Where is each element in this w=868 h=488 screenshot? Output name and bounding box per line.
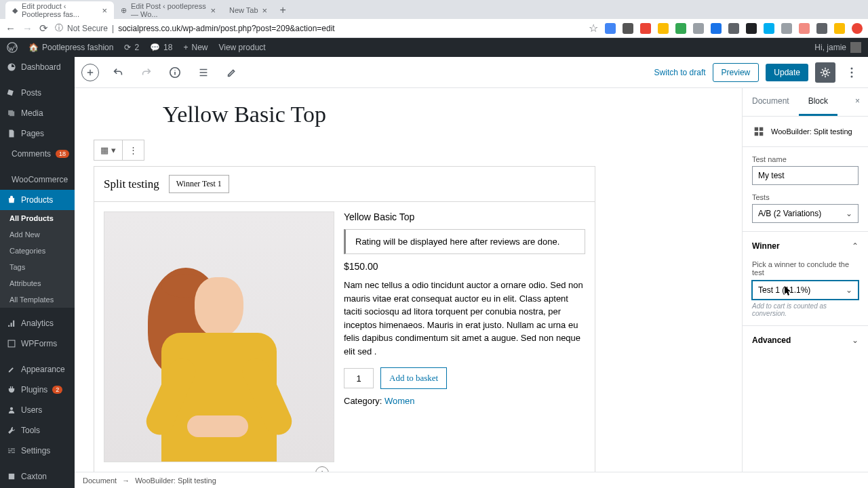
extension-icon[interactable] xyxy=(711,23,722,34)
winner-select[interactable]: Test 1 (11.1%) ⌄ xyxy=(752,281,859,300)
update-button[interactable]: Update xyxy=(766,64,808,81)
post-title[interactable]: Yellow Basic Top xyxy=(163,102,715,127)
extension-icon[interactable] xyxy=(675,23,686,34)
sidebar-item-dashboard[interactable]: Dashboard xyxy=(0,57,75,77)
view-label: View product xyxy=(218,43,265,52)
block-type-icon xyxy=(752,125,766,138)
extension-icon[interactable] xyxy=(852,23,863,34)
reload-button[interactable]: ⟳ xyxy=(39,22,48,35)
sidebar-item-wpforms[interactable]: WPForms xyxy=(0,333,75,354)
winner-panel-header[interactable]: Winner ⌃ xyxy=(743,231,868,260)
sidebar-item-settings[interactable]: Settings xyxy=(0,441,75,461)
submenu-all-products[interactable]: All Products xyxy=(0,210,75,226)
close-icon[interactable]: × xyxy=(102,5,107,16)
settings-button[interactable] xyxy=(815,62,835,83)
block-type-button[interactable]: ▦ ▾ xyxy=(94,140,123,160)
extension-icon[interactable] xyxy=(799,23,810,34)
tab-document[interactable]: Document xyxy=(743,88,799,116)
avatar xyxy=(850,42,861,53)
submenu-attributes[interactable]: Attributes xyxy=(0,275,75,291)
sidebar-item-caxton[interactable]: Caxton xyxy=(0,466,75,487)
extension-icon[interactable] xyxy=(746,23,757,34)
editor-toolbar: Switch to draft Preview Update xyxy=(75,57,868,88)
extension-icon[interactable] xyxy=(640,23,651,34)
tab-block[interactable]: Block xyxy=(799,88,837,116)
extension-icon[interactable] xyxy=(764,23,774,34)
crumb-block[interactable]: WooBuilder: Split testing xyxy=(135,476,216,485)
edit-button[interactable] xyxy=(222,63,241,82)
sidebar-item-tools[interactable]: Tools xyxy=(0,420,75,441)
address-bar[interactable]: ⓘ Not Secure | socialpress.co.uk/wp-admi… xyxy=(55,22,582,34)
submenu-add-new[interactable]: Add New xyxy=(0,226,75,243)
chevron-down-icon: ⌄ xyxy=(846,285,852,295)
sidebar-item-comments[interactable]: Comments 18 xyxy=(0,144,75,164)
browser-tab[interactable]: ⊕ Edit Post ‹ pootlepress — Wo... × xyxy=(114,1,222,19)
editor-canvas[interactable]: Yellow Basic Top ▦ ▾ ⋮ Split testing Win… xyxy=(75,88,742,488)
add-block-button[interactable] xyxy=(81,64,99,81)
submenu-tags[interactable]: Tags xyxy=(0,259,75,275)
product-price: $150.00 xyxy=(344,261,585,272)
sidebar-item-posts[interactable]: Posts xyxy=(0,83,75,103)
back-button[interactable]: ← xyxy=(5,22,16,34)
extension-icons xyxy=(605,23,863,34)
outline-button[interactable] xyxy=(194,63,213,82)
wp-logo-icon[interactable] xyxy=(7,42,18,53)
redo-button[interactable] xyxy=(137,63,156,82)
crumb-document[interactable]: Document xyxy=(83,476,117,485)
product-image[interactable] xyxy=(104,211,334,462)
sidebar-item-analytics[interactable]: Analytics xyxy=(0,313,75,333)
user-menu[interactable]: Hi, jamie xyxy=(814,42,861,53)
browser-tab[interactable]: New Tab × xyxy=(222,1,274,19)
sidebar-item-products[interactable]: Products xyxy=(0,190,75,210)
sidebar-item-pages[interactable]: Pages xyxy=(0,123,75,144)
new-link[interactable]: + New xyxy=(183,43,208,52)
tab-favicon: ⊕ xyxy=(121,6,127,15)
extension-icon[interactable] xyxy=(834,23,845,34)
split-testing-block[interactable]: Split testing Winner Test 1 xyxy=(94,166,595,472)
extension-icon[interactable] xyxy=(781,23,792,34)
sidebar-item-appearance[interactable]: Appearance xyxy=(0,359,75,380)
advanced-panel-header[interactable]: Advanced ⌄ xyxy=(743,325,868,354)
svg-point-13 xyxy=(851,71,853,73)
browser-tab-active[interactable]: ◆ Edit product ‹ Pootlepress fas... × xyxy=(5,1,114,19)
sidebar-item-plugins[interactable]: Plugins 2 xyxy=(0,380,75,400)
inspector-tabs: Document Block × xyxy=(743,88,868,117)
sidebar-item-media[interactable]: Media xyxy=(0,103,75,123)
extension-icon[interactable] xyxy=(728,23,739,34)
extension-icon[interactable] xyxy=(693,23,704,34)
category-label: Category: xyxy=(344,396,384,406)
preview-button[interactable]: Preview xyxy=(713,63,760,82)
menu-label: Products xyxy=(21,195,53,205)
info-button[interactable] xyxy=(165,63,184,82)
more-button[interactable] xyxy=(842,63,861,82)
extension-icon[interactable] xyxy=(605,23,616,34)
tests-select[interactable]: A/B (2 Variations) ⌄ xyxy=(752,204,859,223)
extension-icon[interactable] xyxy=(658,23,669,34)
extension-icon[interactable] xyxy=(816,23,827,34)
product-description[interactable]: Nam nec tellus a odio tincidunt auctor a… xyxy=(344,279,585,358)
view-product-link[interactable]: View product xyxy=(218,43,265,52)
new-label: New xyxy=(191,43,208,52)
extension-icon[interactable] xyxy=(623,23,633,34)
quantity-input[interactable] xyxy=(344,368,374,388)
testname-input[interactable] xyxy=(752,166,859,185)
block-more-button[interactable]: ⋮ xyxy=(123,140,144,160)
sidebar-item-woocommerce[interactable]: WooCommerce xyxy=(0,169,75,190)
switch-to-draft-button[interactable]: Switch to draft xyxy=(654,68,706,77)
category-link[interactable]: Women xyxy=(384,396,415,406)
updates-link[interactable]: ⟳ 2 xyxy=(124,43,139,52)
close-inspector-button[interactable]: × xyxy=(847,88,868,116)
undo-button[interactable] xyxy=(108,63,127,82)
sidebar-item-users[interactable]: Users xyxy=(0,400,75,420)
add-to-basket-button[interactable]: Add to basket xyxy=(380,367,447,389)
new-tab-button[interactable]: + xyxy=(274,1,292,19)
comments-link[interactable]: 💬 18 xyxy=(150,43,172,52)
close-icon[interactable]: × xyxy=(262,5,268,16)
star-icon[interactable]: ☆ xyxy=(589,22,598,35)
submenu-all-templates[interactable]: All Templates xyxy=(0,291,75,308)
site-link[interactable]: 🏠 Pootlepress fashion xyxy=(28,43,113,52)
block-breadcrumb: Document → WooBuilder: Split testing xyxy=(75,472,868,488)
split-block-header: Split testing Winner Test 1 xyxy=(94,167,595,202)
submenu-categories[interactable]: Categories xyxy=(0,243,75,259)
close-icon[interactable]: × xyxy=(210,5,216,16)
